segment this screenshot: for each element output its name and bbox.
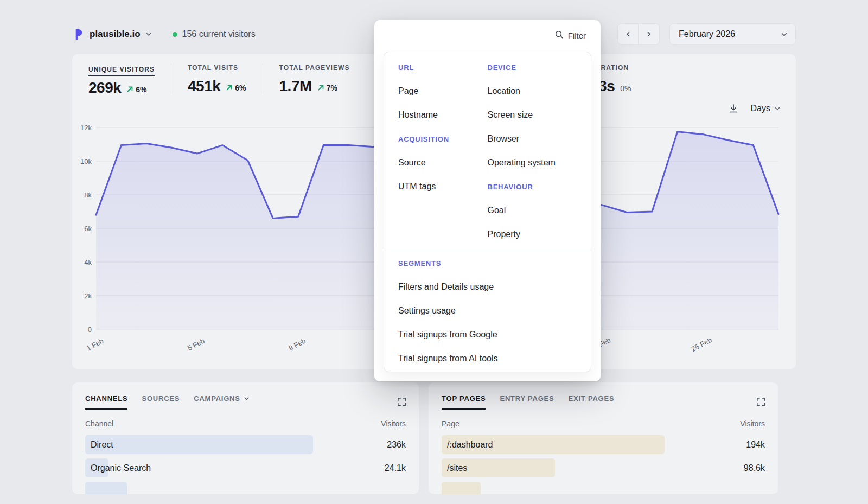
table-row[interactable]: /sites98.6k [442,456,765,480]
row-bar [442,482,481,494]
segments-list: Filters and Details usageSettings usageT… [398,275,577,371]
svg-text:10k: 10k [80,157,92,165]
column-header: Channel [85,419,113,428]
filter-group-header: URL [398,55,488,79]
filter-search-input[interactable]: Filter [554,30,586,41]
column-header: Visitors [381,419,406,428]
tab-entry-pages[interactable]: ENTRY PAGES [500,394,554,410]
filter-option-browser[interactable]: Browser [488,127,577,151]
metric-change: 7% [317,84,337,92]
tab-exit-pages[interactable]: EXIT PAGES [569,394,615,410]
row-name: Organic Search [85,456,151,480]
row-visitors: 24.1k [385,456,406,480]
channels-tabs: CHANNELSSOURCESCAMPAIGNS [85,394,406,410]
filter-group-header: DEVICE [488,55,577,79]
metric-value: 451k [188,78,220,95]
row-visitors: 98.6k [744,456,765,480]
segment-option-settings-usage[interactable]: Settings usage [398,299,577,323]
tab-channels[interactable]: CHANNELS [85,394,127,410]
site-name: plausible.io [90,29,141,40]
plausible-logo-icon [72,28,85,41]
svg-text:12k: 12k [80,124,92,132]
date-range-select[interactable]: February 2026 [669,23,796,45]
tab-sources[interactable]: SOURCES [142,394,180,410]
table-row[interactable] [85,480,406,494]
current-visitors[interactable]: 156 current visitors [173,29,256,39]
table-row[interactable]: Organic Search24.1k [85,456,406,480]
trend-up-icon [226,84,233,91]
filter-popover: Filter URLPageHostnameACQUISITIONSourceU… [374,20,601,381]
filter-option-hostname[interactable]: Hostname [398,103,488,127]
filter-option-screen-size[interactable]: Screen size [488,103,577,127]
filter-option-page[interactable]: Page [398,79,488,103]
download-icon[interactable] [728,103,739,114]
tab-label: ENTRY PAGES [500,394,554,403]
filter-column-1: URLPageHostnameACQUISITIONSourceUTM tags [398,55,488,246]
metric-unique-visitors[interactable]: UNIQUE VISITORS269k6% [88,64,171,97]
tab-label: CHANNELS [85,394,127,403]
row-name: Direct [85,433,113,456]
chevron-down-icon [781,31,788,38]
chart-toolbar: Days [728,103,781,114]
filter-option-property[interactable]: Property [488,222,577,246]
filter-column-2: DEVICELocationScreen sizeBrowserOperatin… [488,55,577,246]
interval-label: Days [751,104,770,113]
table-row[interactable]: Direct236k [85,433,406,456]
segment-option-trial-signups-from-google[interactable]: Trial signups from Google [398,323,577,347]
chevron-down-icon [145,31,152,37]
metric-label: TOTAL PAGEVIEWS [279,64,350,72]
filter-option-goal[interactable]: Goal [488,199,577,222]
filter-option-source[interactable]: Source [398,151,488,175]
tab-label: TOP PAGES [442,394,486,403]
expand-icon[interactable] [397,397,407,409]
filter-option-utm-tags[interactable]: UTM tags [398,175,488,199]
metric-total-pageviews[interactable]: TOTAL PAGEVIEWS1.7M7% [263,64,366,95]
filter-option-operating-system[interactable]: Operating system [488,151,577,175]
svg-text:6k: 6k [84,225,92,233]
table-row[interactable] [442,480,765,494]
date-range-label: February 2026 [679,29,735,39]
svg-text:2k: 2k [84,292,92,300]
trend-up-icon [126,86,133,93]
metric-value: 269k [88,79,121,97]
pages-tabs: TOP PAGESENTRY PAGESEXIT PAGES [442,394,765,410]
site-switcher[interactable]: plausible.io [72,28,152,41]
row-bar [85,435,313,454]
segment-option-trial-signups-from-ai-tools[interactable]: Trial signups from AI tools [398,347,577,371]
tab-label: CAMPAIGNS [194,394,240,403]
prev-period-button[interactable] [617,23,639,45]
column-header: Page [442,419,459,428]
trend-up-icon [317,84,324,91]
svg-text:1 Feb: 1 Feb [85,337,105,353]
tab-top-pages[interactable]: TOP PAGES [442,394,486,410]
next-period-button[interactable] [639,23,660,45]
metric-total-visits[interactable]: TOTAL VISITS451k6% [171,64,263,95]
segments-section: SEGMENTS Filters and Details usageSettin… [384,250,591,371]
metric-change: 0% [620,84,631,93]
metric-change: 6% [126,85,146,94]
metric-value: 1.7M [279,78,312,95]
pages-table-header: Page Visitors [442,419,765,428]
metric-label: TOTAL VISITS [188,64,246,72]
svg-text:9 Feb: 9 Feb [287,337,307,353]
filter-group-header: BEHAVIOUR [488,175,577,199]
interval-select[interactable]: Days [751,104,781,113]
row-visitors: 236k [387,433,406,456]
channels-table-body: Direct236kOrganic Search24.1k [85,433,406,494]
filter-group-device: DEVICELocationScreen sizeBrowserOperatin… [488,55,577,175]
channels-table-header: Channel Visitors [85,419,406,428]
filter-group-url: URLPageHostname [398,55,488,127]
expand-icon[interactable] [756,397,766,409]
svg-text:8k: 8k [84,191,92,199]
row-name: /:dashboard [442,433,493,456]
svg-text:5 Feb: 5 Feb [186,337,206,353]
filter-groups: URLPageHostnameACQUISITIONSourceUTM tags… [384,55,591,246]
tab-campaigns[interactable]: CAMPAIGNS [194,394,250,410]
table-row[interactable]: /:dashboard194k [442,433,765,456]
segment-option-filters-and-details-usage[interactable]: Filters and Details usage [398,275,577,299]
tab-label: EXIT PAGES [569,394,615,403]
filter-option-location[interactable]: Location [488,79,577,103]
row-bar [85,482,127,494]
svg-text:4k: 4k [84,258,92,266]
search-icon [554,30,564,41]
